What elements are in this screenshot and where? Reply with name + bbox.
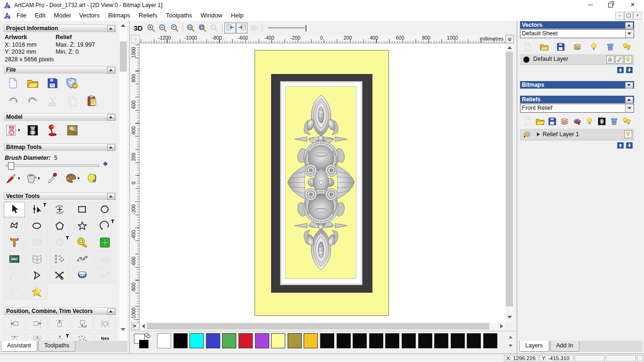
flyout-arrow-icon[interactable] <box>78 177 80 180</box>
view-3d-button[interactable]: 3D <box>132 23 145 33</box>
menu-item-reliefs[interactable]: Reliefs <box>134 10 162 20</box>
flyout-arrow-icon[interactable] <box>18 129 20 132</box>
link-colours-icon[interactable] <box>145 333 149 337</box>
tab-add-in[interactable]: Add In <box>550 341 579 352</box>
menu-item-vectors[interactable]: Vectors <box>75 10 104 20</box>
palette-swatch-20[interactable] <box>483 333 497 348</box>
palette-swatch-1[interactable] <box>173 333 188 348</box>
greyscale-model-button[interactable] <box>25 123 41 138</box>
scroll-left-icon[interactable] <box>142 324 145 329</box>
merge-layers-button[interactable] <box>571 41 583 52</box>
expand-relief-layer-icon[interactable] <box>537 132 540 136</box>
texture-relief-button[interactable] <box>64 123 80 138</box>
colour-picker-button[interactable] <box>44 171 60 186</box>
stack-reliefs-button[interactable] <box>571 115 583 127</box>
palette-swatch-7[interactable] <box>271 333 285 348</box>
palette-swatch-3[interactable] <box>206 333 220 348</box>
menu-item-toolpaths[interactable]: Toolpaths <box>162 10 197 20</box>
all-visible-button[interactable] <box>621 115 632 127</box>
palette-down-icon[interactable] <box>509 345 512 347</box>
zoom-previous-button[interactable] <box>169 23 180 33</box>
assistant-scrollbar-thumb[interactable] <box>120 41 127 72</box>
collapse-file-button[interactable] <box>107 67 115 74</box>
merge-layers-button[interactable] <box>559 115 570 127</box>
scatter-copies-button[interactable] <box>72 333 93 341</box>
undo-button[interactable] <box>5 93 21 108</box>
palette-swatch-18[interactable] <box>451 333 465 348</box>
collapse-reliefs-button[interactable] <box>625 97 633 103</box>
relief-thumbnail-icon[interactable] <box>522 129 534 139</box>
model-options-button[interactable] <box>64 75 80 90</box>
tab-assistant[interactable]: Assistant <box>1 341 37 352</box>
align-top-page-button[interactable] <box>4 333 25 341</box>
menu-item-model[interactable]: Model <box>50 10 74 20</box>
snap-layer-button[interactable] <box>615 56 623 64</box>
open-layer-button[interactable] <box>534 115 545 127</box>
menu-item-file[interactable]: File <box>12 10 31 20</box>
fit-arcs-button[interactable] <box>94 251 116 267</box>
open-file-button[interactable] <box>25 75 41 90</box>
redo-button[interactable] <box>25 93 41 108</box>
nesting-button[interactable]: Nes <box>94 333 116 341</box>
delete-layer-button[interactable] <box>604 41 616 52</box>
model-sketch-button[interactable] <box>5 123 21 138</box>
lock-layer-button[interactable] <box>606 56 614 64</box>
create-star-button[interactable] <box>72 218 93 234</box>
align-centre-button[interactable] <box>94 317 116 331</box>
layer-visible-button[interactable] <box>624 56 632 64</box>
move-layer-down-button[interactable] <box>626 142 633 149</box>
palette-swatch-11[interactable] <box>337 333 351 348</box>
measure-tool-button[interactable] <box>72 235 93 250</box>
save-file-button[interactable] <box>44 75 60 90</box>
minimize-button[interactable] <box>583 0 598 10</box>
canvas-horizontal-scrollbar[interactable] <box>140 322 505 330</box>
free-polyline-button[interactable] <box>94 268 116 283</box>
menu-item-help[interactable]: Help <box>227 10 248 20</box>
fit-polyline-button[interactable] <box>72 251 93 267</box>
paste-along-curve-button[interactable] <box>49 251 70 267</box>
flyout-arrow-icon[interactable] <box>18 177 20 180</box>
secondary-colour-swatch[interactable] <box>139 340 149 348</box>
canvas-vertical-scrollbar[interactable] <box>505 43 514 322</box>
palette-swatch-10[interactable] <box>320 333 334 348</box>
flood-fill-button[interactable] <box>25 171 41 186</box>
zoom-out-button[interactable] <box>157 23 168 33</box>
save-layer-button[interactable] <box>555 41 566 52</box>
palette-swatch-0[interactable] <box>157 333 171 348</box>
palette-swatch-6[interactable] <box>255 333 269 348</box>
close-button[interactable]: × <box>625 0 640 10</box>
restore-button[interactable] <box>603 0 618 10</box>
trim-vectors-button[interactable] <box>49 268 70 283</box>
palette-swatch-16[interactable] <box>418 333 432 348</box>
paint-brush-button[interactable] <box>5 171 21 186</box>
palette-swatch-4[interactable] <box>222 333 236 348</box>
create-polyline-button[interactable] <box>4 218 25 234</box>
relief-dropdown-icon[interactable] <box>625 104 634 112</box>
fade-bitmap-button[interactable] <box>248 23 259 33</box>
text-block-button[interactable]: ABC <box>4 251 25 267</box>
collapse-model-button[interactable] <box>107 114 115 121</box>
create-polygon-button[interactable] <box>49 218 70 234</box>
scroll-down-icon[interactable] <box>121 328 125 331</box>
align-bottom-button[interactable] <box>72 317 93 331</box>
move-layer-down-button[interactable] <box>626 66 633 74</box>
bitmap-contrast-slider[interactable] <box>267 23 308 33</box>
palette-swatch-12[interactable] <box>353 333 367 348</box>
create-bisector-button[interactable] <box>4 268 25 283</box>
centre-in-page-button[interactable] <box>26 333 48 341</box>
scroll-down-icon[interactable] <box>507 316 512 319</box>
open-layer-button[interactable] <box>538 41 550 52</box>
collapse-bitmap-tools-button[interactable] <box>107 144 115 151</box>
cross-section-button[interactable] <box>4 284 25 300</box>
vector-weave-button[interactable] <box>72 268 93 283</box>
paste-button[interactable] <box>84 93 100 108</box>
bitmap-layer-next-button[interactable] <box>236 23 248 33</box>
collapse-position-button[interactable] <box>107 308 115 315</box>
scroll-up-icon[interactable] <box>507 46 512 49</box>
contrast-slider-handle[interactable] <box>305 25 306 32</box>
menu-item-bitmaps[interactable]: Bitmaps <box>104 10 134 20</box>
mdi-minimize-button[interactable]: – <box>615 12 624 20</box>
cut-button[interactable] <box>44 93 60 108</box>
new-layer-button[interactable] <box>522 115 533 127</box>
reduce-colours-button[interactable] <box>84 171 100 186</box>
